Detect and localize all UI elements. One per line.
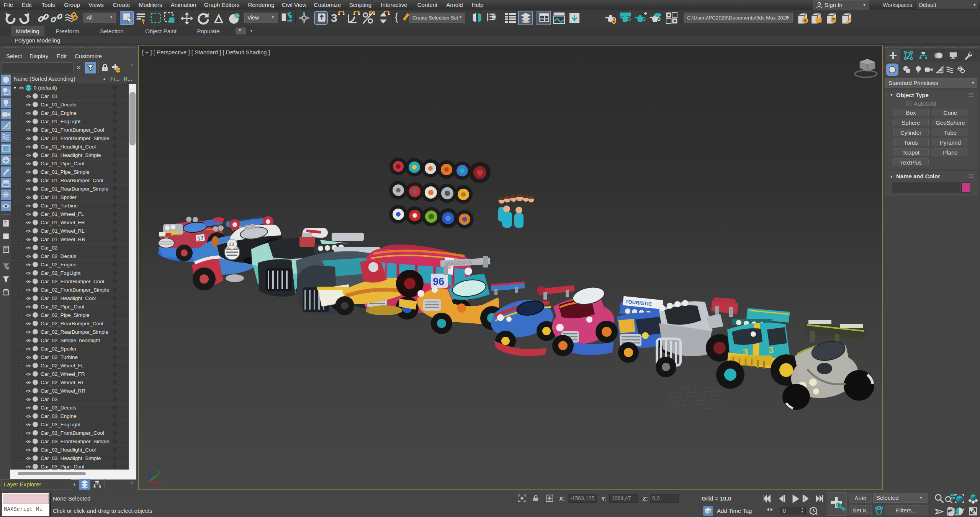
- svg-text:33: 33: [229, 241, 234, 247]
- svg-text:x: x: [158, 483, 161, 488]
- svg-text:17: 17: [197, 235, 204, 242]
- svg-text:y: y: [157, 470, 160, 475]
- svg-text:3: 3: [769, 345, 774, 355]
- svg-text:96: 96: [433, 276, 444, 287]
